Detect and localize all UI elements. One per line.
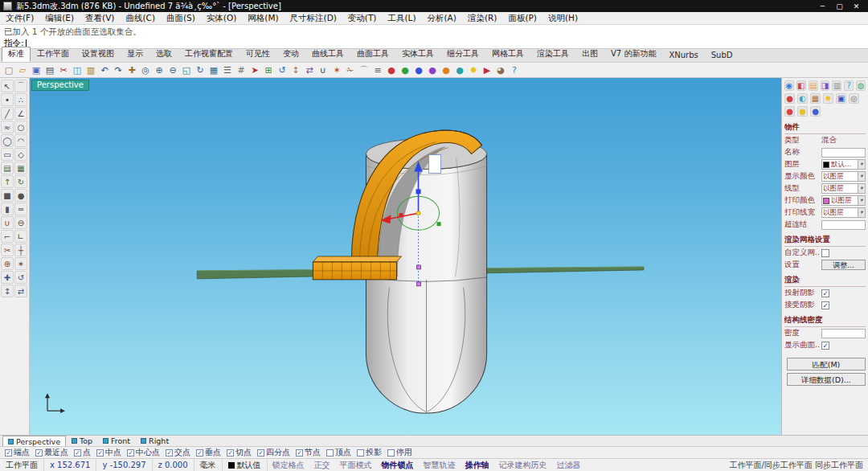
- freeform-curve-icon[interactable]: ≈: [1, 121, 14, 133]
- hyperlink-input[interactable]: [821, 220, 866, 230]
- cut-icon[interactable]: ✂: [57, 63, 70, 76]
- arc-icon[interactable]: ◠: [14, 134, 27, 147]
- gumball-input-box[interactable]: [429, 155, 441, 174]
- paint-panel-icon[interactable]: ◧: [796, 80, 806, 91]
- render-sphere-orange-icon[interactable]: ●: [440, 63, 452, 76]
- isocurve-density-input[interactable]: [821, 329, 866, 338]
- boolean-union-icon[interactable]: ∪: [1, 216, 14, 229]
- panel-button-0[interactable]: 匹配(M): [787, 358, 866, 371]
- loft-surface-icon[interactable]: ▦: [14, 162, 27, 174]
- pipe-icon[interactable]: ═: [14, 203, 27, 215]
- undo-icon[interactable]: ↶: [98, 63, 111, 76]
- select-lasso-icon[interactable]: ⌒: [14, 80, 27, 92]
- move-tool-icon[interactable]: ✚: [1, 271, 14, 284]
- viewport-tab-right[interactable]: Right: [136, 436, 174, 446]
- close-button[interactable]: ✕: [848, 1, 865, 12]
- panel-button-1[interactable]: 详细数据(D)...: [787, 373, 866, 386]
- sun-panel-icon[interactable]: ✸: [823, 93, 833, 104]
- notes-panel-icon[interactable]: ▥: [832, 80, 841, 91]
- help-icon[interactable]: ?: [508, 63, 521, 76]
- menu-item-2[interactable]: 查看(V): [80, 13, 120, 24]
- osnap-item-8[interactable]: ✓四分点: [257, 447, 290, 458]
- ribbon-tab[interactable]: 出图: [575, 47, 604, 62]
- new-file-icon[interactable]: ▢: [2, 63, 15, 76]
- print-width-dropdown[interactable]: 以图层▾: [821, 207, 866, 218]
- chamfer-edge-icon[interactable]: ∟: [14, 230, 27, 243]
- command-area[interactable]: 已加入 1 个开放的曲面至选取集合。 指令:: [0, 25, 868, 49]
- move-object-icon[interactable]: ➤: [248, 63, 261, 76]
- render-sphere-purple-icon[interactable]: ●: [426, 63, 439, 76]
- osnap-item-11[interactable]: 投影: [357, 447, 382, 458]
- ribbon-tab[interactable]: 实体工具: [395, 47, 440, 62]
- explode-icon[interactable]: ✶: [330, 63, 343, 76]
- osnap-item-10[interactable]: 顶点: [326, 447, 351, 458]
- pan-view-icon[interactable]: ✚: [125, 63, 138, 76]
- status-toggle[interactable]: 物件锁点: [377, 460, 419, 471]
- blue-ball-panel-icon[interactable]: ●: [810, 106, 821, 117]
- menu-item-8[interactable]: 变动(T): [342, 13, 383, 24]
- status-toggle[interactable]: 操作轴: [461, 460, 494, 471]
- copy-icon[interactable]: ◫: [71, 63, 84, 76]
- osnap-item-6[interactable]: ✓垂点: [196, 447, 221, 458]
- paste-icon[interactable]: ▥: [84, 63, 97, 76]
- boolean-difference-icon[interactable]: ⊖: [14, 216, 27, 229]
- ribbon-tab[interactable]: XNurbs: [662, 49, 704, 62]
- cast-shadows-checkbox[interactable]: ✓: [821, 289, 829, 297]
- menu-item-7[interactable]: 尺寸标注(D): [285, 13, 342, 24]
- menu-item-1[interactable]: 编辑(E): [39, 13, 80, 24]
- ribbon-tab[interactable]: 曲面工具: [350, 47, 395, 62]
- osnap-item-7[interactable]: ✓切点: [227, 447, 252, 458]
- zoom-out-icon[interactable]: ⊖: [166, 63, 179, 76]
- zoom-in-icon[interactable]: ⊕: [153, 63, 166, 76]
- ribbon-tab[interactable]: 细分工具: [440, 47, 485, 62]
- custom-mesh-checkbox[interactable]: [821, 249, 829, 257]
- render-sphere-blue-icon[interactable]: ●: [412, 63, 425, 76]
- status-toggle[interactable]: 记录建构历史: [494, 460, 552, 471]
- maximize-button[interactable]: ▢: [831, 1, 848, 12]
- osnap-item-12[interactable]: 停用: [387, 447, 412, 458]
- ribbon-tab[interactable]: 变动: [276, 47, 305, 62]
- osnap-item-0[interactable]: ✓端点: [5, 447, 30, 458]
- osnap-item-9[interactable]: ✓节点: [296, 447, 321, 458]
- polygon-icon[interactable]: ◇: [14, 148, 27, 161]
- environment-panel-icon[interactable]: ◐: [797, 93, 808, 104]
- status-toggle[interactable]: 平面模式: [335, 460, 377, 471]
- ribbon-tab[interactable]: V7 的新功能: [604, 47, 662, 62]
- ribbon-tab[interactable]: 曲线工具: [305, 47, 350, 62]
- point-cloud-icon[interactable]: ∴: [14, 93, 27, 106]
- render-panel-icon[interactable]: ▣: [836, 93, 846, 104]
- light-icon[interactable]: ✸: [467, 63, 480, 76]
- materials-panel-icon[interactable]: ●: [784, 93, 795, 104]
- units-button[interactable]: 毫米: [194, 459, 223, 471]
- receive-shadows-checkbox[interactable]: ✓: [821, 301, 829, 309]
- osnap-item-3[interactable]: ✓中点: [96, 447, 121, 458]
- fillet-icon[interactable]: ⌒: [358, 63, 371, 76]
- scale-tool-icon[interactable]: ↕: [1, 285, 14, 297]
- layer-dropdown[interactable]: 默认...▾: [821, 159, 866, 170]
- explode-tool-icon[interactable]: ✶: [14, 257, 27, 270]
- revolve-icon[interactable]: ↻: [14, 175, 27, 188]
- join-tool-icon[interactable]: ⊕: [1, 257, 14, 270]
- linetype-dropdown[interactable]: 以图层▾: [821, 183, 866, 194]
- sphere-icon[interactable]: ●: [14, 189, 27, 202]
- circle-icon[interactable]: ○: [14, 121, 27, 133]
- redo-icon[interactable]: ↷: [112, 63, 125, 76]
- viewport-layout-icon[interactable]: ▦: [207, 63, 220, 76]
- copy-object-icon[interactable]: ⊞: [262, 63, 275, 76]
- status-toggle[interactable]: 正交: [309, 460, 335, 471]
- select-pointer-icon[interactable]: ↖: [1, 80, 14, 92]
- cplane-button[interactable]: 工作平面: [0, 459, 44, 471]
- ribbon-tab[interactable]: 选取: [149, 47, 178, 62]
- viewport-tab-perspective[interactable]: Perspective: [2, 436, 66, 446]
- viewport-tab-top[interactable]: Top: [67, 436, 97, 446]
- open-file-icon[interactable]: ▱: [16, 63, 29, 76]
- menu-item-11[interactable]: 渲染(R): [462, 13, 503, 24]
- osnap-item-2[interactable]: ✓点: [74, 447, 91, 458]
- ellipse-icon[interactable]: ◯: [1, 134, 14, 147]
- yellow-ball-panel-icon[interactable]: ●: [797, 106, 808, 117]
- status-toggle[interactable]: 过滤器: [552, 460, 586, 471]
- material-icon[interactable]: ◕: [494, 63, 507, 76]
- zoom-extents-icon[interactable]: ◱: [180, 63, 193, 76]
- rotate-tool-icon[interactable]: ↺: [14, 271, 27, 284]
- minimize-button[interactable]: ─: [814, 1, 831, 12]
